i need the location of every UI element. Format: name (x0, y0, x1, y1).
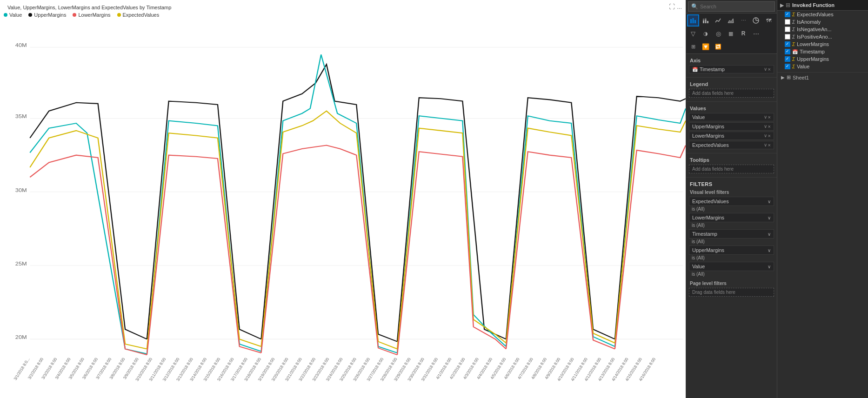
legend-dot-expectedvalues (117, 13, 121, 17)
expand-icon[interactable]: ⛶ (669, 3, 675, 10)
checkbox-lowermargins[interactable] (785, 41, 790, 47)
field-timestamp[interactable]: 📅 Timestamp (777, 48, 868, 55)
svg-text:30M: 30M (15, 187, 27, 193)
more-visuals-icon[interactable]: ⋯ (750, 27, 762, 40)
search-bar[interactable]: 🔍 (688, 1, 775, 12)
page-level-drop-zone[interactable]: Drag data fields here (689, 288, 774, 297)
checkbox-isanomaly[interactable] (785, 19, 790, 25)
field-isnegativean[interactable]: Σ IsNegativeAn... (777, 26, 868, 33)
svg-text:35M: 35M (15, 113, 27, 119)
format-icon[interactable]: 🔽 (700, 40, 712, 53)
values-label: Values (686, 104, 777, 112)
chart-legend: Value UpperMargins LowerMargins Expected… (0, 11, 686, 20)
tooltips-drop-zone[interactable]: Add data fields here (689, 165, 774, 173)
field-isanomaly[interactable]: Σ IsAnomaly (777, 18, 868, 26)
tooltips-label: Tooltips (686, 155, 777, 164)
scatter-chart-icon[interactable]: ⋯ (737, 14, 749, 27)
pie-chart-icon[interactable] (750, 14, 762, 27)
axis-dropdown-icon[interactable]: ∨ (764, 66, 767, 72)
page-level-filters-label: Page level filters (686, 278, 777, 287)
svg-marker-65 (728, 19, 734, 23)
gauge-icon[interactable]: ◑ (700, 27, 712, 40)
table-icon[interactable]: ▦ (725, 27, 737, 40)
axis-field-value: Timestamp (700, 66, 725, 72)
sigma-icon-value: Σ (792, 64, 795, 69)
svg-rect-62 (705, 20, 707, 23)
sigma-icon-ispositiveano: Σ (792, 34, 795, 40)
more-options-icon[interactable]: ... (677, 3, 682, 10)
filter-uppermargins[interactable]: UpperMargins ∨ is (All) (689, 245, 774, 261)
filter-timestamp[interactable]: Timestamp ∨ is (All) (689, 229, 774, 245)
sigma-icon-uppermargins: Σ (792, 57, 795, 62)
expand-tree-icon[interactable]: ▶ (780, 2, 784, 8)
visual-level-filters-label: Visual level filters (686, 189, 777, 196)
filter-expectedvalues[interactable]: ExpectedValues ∨ is (All) (689, 197, 774, 212)
expectedvalues-field: ExpectedValues (692, 142, 729, 148)
legend-expectedvalues: ExpectedValues (117, 12, 160, 18)
funnel-icon[interactable]: ▽ (687, 27, 699, 40)
line-chart-icon[interactable] (712, 14, 724, 27)
sigma-icon-isanomaly: Σ (792, 20, 795, 25)
legend-dot-uppermargins (28, 13, 32, 17)
svg-rect-63 (705, 18, 707, 20)
map-icon[interactable]: 🗺 (762, 14, 775, 27)
field-uppermargins[interactable]: Σ UpperMargins (777, 55, 868, 63)
legend-dot-value (4, 13, 7, 17)
bar-chart-icon[interactable] (687, 14, 699, 27)
value-field: Value (692, 114, 705, 120)
lowermargins-field: LowerMargins (692, 133, 724, 139)
svg-rect-58 (693, 18, 694, 23)
checkbox-isnegativean[interactable] (785, 27, 790, 32)
value-remove[interactable]: × (768, 114, 771, 120)
timestamp-calendar-icon: 📅 (692, 67, 698, 72)
main-container: Value, UpperMargins, LowerMargins and Ex… (0, 0, 868, 398)
value-dropdown[interactable]: ∨ (764, 114, 767, 120)
sigma-icon-lowermargins: Σ (792, 42, 795, 47)
sheet1-item[interactable]: ▶ ⊞ Sheet1 (777, 72, 868, 82)
expectedvalues-remove[interactable]: × (768, 142, 771, 148)
stacked-bar-icon[interactable] (700, 14, 712, 27)
chart-svg-container: 40M 35M 30M 25M 20M (0, 25, 686, 398)
legend-value: Value (4, 12, 22, 18)
checkbox-timestamp[interactable] (785, 49, 790, 54)
checkbox-ispositiveano[interactable] (785, 34, 790, 40)
filter-value[interactable]: Value ∨ is (All) (689, 262, 774, 277)
field-expectedvalues[interactable]: Σ ExpectedValues (777, 11, 868, 18)
legend-lowermargins: LowerMargins (73, 12, 110, 18)
search-icon: 🔍 (691, 3, 698, 10)
checkbox-expectedvalues[interactable] (785, 12, 790, 17)
lowermargins-remove[interactable]: × (768, 133, 771, 139)
legend-drop-zone[interactable]: Add data fields here (689, 89, 774, 98)
r-icon[interactable]: R (737, 27, 749, 40)
table-db-icon: ⊞ (786, 2, 790, 8)
legend-uppermargins: UpperMargins (28, 12, 66, 18)
chart-area: Value, UpperMargins, LowerMargins and Ex… (0, 0, 686, 398)
legend-label: Legend (686, 80, 777, 88)
axis-remove-icon[interactable]: × (768, 66, 771, 72)
svg-rect-59 (694, 20, 696, 23)
lowermargins-dropdown[interactable]: ∨ (764, 133, 767, 139)
filter-lowermargins[interactable]: LowerMargins ∨ is (All) (689, 213, 774, 228)
expand-sheet1-icon[interactable]: ▶ (781, 75, 785, 80)
uppermargins-dropdown[interactable]: ∨ (764, 124, 767, 129)
area-chart-icon[interactable] (725, 14, 737, 27)
legend-dot-lowermargins (73, 13, 76, 17)
svg-rect-60 (703, 20, 704, 23)
checkbox-value[interactable] (785, 64, 790, 69)
analytics-icon[interactable]: 🔁 (712, 40, 724, 53)
sheet1-db-icon: ⊞ (787, 74, 791, 80)
field-lowermargins[interactable]: Σ LowerMargins (777, 40, 868, 48)
svg-rect-64 (707, 21, 708, 23)
uppermargins-remove[interactable]: × (768, 124, 771, 129)
chart-svg: 40M 35M 30M 25M 20M (0, 25, 686, 398)
svg-text:20M: 20M (15, 334, 27, 340)
sigma-icon-isnegativean: Σ (792, 27, 795, 32)
expectedvalues-dropdown[interactable]: ∨ (764, 142, 767, 148)
donut-icon[interactable]: ◎ (712, 27, 724, 40)
field-value[interactable]: Σ Value (777, 63, 868, 70)
field-ispositiveano[interactable]: Σ IsPositiveAno... (777, 33, 868, 40)
fields-icon[interactable]: ⊞ (687, 40, 699, 53)
checkbox-uppermargins[interactable] (785, 56, 790, 62)
search-input[interactable] (700, 4, 772, 9)
axis-label: Axis (686, 56, 777, 64)
